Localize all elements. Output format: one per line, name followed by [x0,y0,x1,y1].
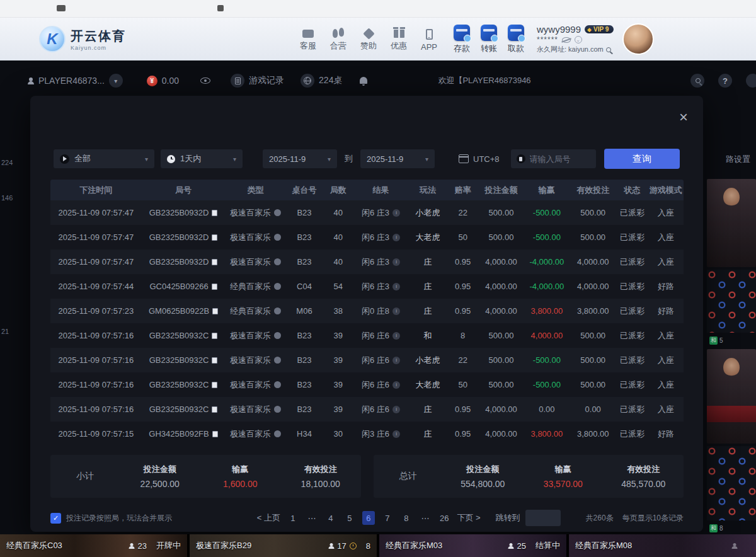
page-ellipsis[interactable]: ⋯ [306,511,318,525]
copy-icon[interactable] [212,210,217,216]
bg-bead-road [707,446,756,520]
copy-icon[interactable] [212,406,217,413]
copy-icon[interactable] [212,357,217,364]
brand-logo[interactable]: K 开云体育 Kaiyun.com [39,26,126,52]
type-dot-icon[interactable] [274,406,281,413]
info-icon[interactable]: i [392,258,400,266]
game-record-link[interactable]: 游戏记录 [231,74,284,88]
subtotal-win: 1,600.00 [200,479,281,489]
quick-menu-item[interactable]: 客服 [297,27,319,52]
cell-result: 闲6 庄3 [362,232,389,243]
welcome-marquee: 欢迎【PLAYER46873946 [438,75,550,86]
type-dot-icon[interactable] [274,209,281,216]
wallet-menu-item[interactable]: 取款 [508,25,524,54]
type-dot-icon[interactable] [274,381,281,388]
search-icon[interactable] [606,47,611,52]
user-block: wywy9999 VIP 9 ****** ⌄ 永久网址: kaiyun.com [537,24,614,54]
type-dot-icon[interactable] [274,258,281,265]
type-dot-icon[interactable] [274,357,281,364]
cell-game-id: GC0425B09266 [149,282,208,291]
copy-icon[interactable] [212,308,218,314]
page-number[interactable]: 4 [324,511,337,525]
cell-time: 2025-11-09 07:57:15 [50,429,142,439]
date-from-select[interactable]: 2025-11-9 ▾ [263,149,337,168]
live-table-tile[interactable]: 经典百家乐M03 25 结算中 [379,534,566,557]
balance-group[interactable]: ¥ 0.00 [147,76,179,86]
copy-icon[interactable] [212,431,218,437]
eye-off-icon[interactable] [562,37,571,43]
info-icon[interactable]: i [392,381,400,389]
cell-odds: 22 [447,208,478,217]
page-number[interactable]: 7 [381,511,394,525]
cell-time: 2025-11-09 07:57:47 [50,257,142,267]
game-type-select[interactable]: 全部 ▾ [54,149,154,168]
live-table-tile[interactable]: 经典百家乐C03 23 开牌中 [0,534,187,557]
cell-valid: 500.00 [570,331,616,340]
clock-icon [167,155,175,163]
info-icon[interactable]: i [392,307,400,315]
cell-win: -500.00 [524,233,570,242]
timezone-toggle[interactable]: UTC+8 [454,154,505,164]
tile-players: 17 [337,541,346,551]
type-dot-icon[interactable] [274,332,281,339]
info-icon[interactable]: i [392,406,400,413]
quick-menu-item[interactable]: APP [418,28,440,52]
table-row: 2025-11-09 07:57:44 GC0425B09266 经典百家乐 C… [50,274,684,299]
copy-icon[interactable] [212,284,217,290]
next-page-button[interactable]: 下页 > [457,512,480,524]
info-icon[interactable]: i [392,209,400,217]
live-table-tile[interactable]: 经典百家乐M08 [569,534,756,557]
quick-menu-item[interactable]: 合营 [328,26,349,52]
wallet-menu-item[interactable]: 转账 [481,25,497,54]
date-to-select[interactable]: 2025-11-9 ▾ [360,149,435,168]
player-bar: PLAYER46873... ▾ ¥ 0.00 游戏记录 224桌 欢迎【PLA… [0,60,756,101]
copy-icon[interactable] [212,333,217,339]
avatar[interactable] [622,23,654,55]
quick-menu-item[interactable]: 优惠 [388,26,410,52]
zoom-icon[interactable] [690,74,704,88]
info-icon[interactable]: i [392,357,400,364]
chevron-down-icon[interactable]: ▾ [109,74,123,88]
wallet-menu-item[interactable]: 存款 [454,25,470,54]
close-icon[interactable]: × [679,110,688,125]
players-icon [731,543,737,549]
copy-icon[interactable] [212,382,217,388]
notifications[interactable] [360,78,367,84]
jump-page-input[interactable] [525,510,561,526]
copy-icon[interactable] [212,234,217,241]
more-icon[interactable] [746,74,756,88]
info-icon[interactable]: i [392,234,400,241]
page-ellipsis[interactable]: ⋯ [419,511,432,525]
type-dot-icon[interactable] [274,283,281,290]
cell-type: 经典百家乐 [230,281,271,292]
help-icon[interactable]: ? [718,74,732,88]
date-range-select[interactable]: 1天内 ▾ [161,149,243,168]
tile-status: 8 [366,541,370,551]
page-number[interactable]: 8 [400,511,413,525]
partners-icon [333,28,344,38]
page-number[interactable]: 26 [438,511,450,525]
page-number[interactable]: 6 [362,511,375,525]
page-number[interactable]: 1 [287,511,299,525]
type-dot-icon[interactable] [274,430,281,437]
tables-count[interactable]: 224桌 [301,74,342,88]
page-number[interactable]: 5 [343,511,356,525]
info-icon[interactable]: i [392,332,400,340]
round-search-input[interactable] [530,154,590,164]
quick-menu-item[interactable]: 赞助 [358,27,379,52]
eye-toggle[interactable] [200,78,210,84]
cell-type: 经典百家乐 [230,306,271,317]
prev-page-button[interactable]: < 上页 [257,512,280,524]
info-icon[interactable]: i [392,283,400,290]
copy-icon[interactable] [212,259,217,265]
info-icon[interactable]: i [392,430,400,438]
cell-play: 大老虎 [408,232,447,243]
live-table-tile[interactable]: 极速百家乐B29 17 8 [190,534,377,557]
type-dot-icon[interactable] [274,234,281,241]
refresh-icon[interactable]: ⌄ [575,36,582,43]
player-account[interactable]: PLAYER46873... ▾ [28,74,123,88]
merge-checkbox[interactable]: ✓ [50,513,61,524]
type-dot-icon[interactable] [274,307,281,314]
query-button[interactable]: 查询 [604,149,680,169]
cell-amount: 500.00 [478,331,524,340]
